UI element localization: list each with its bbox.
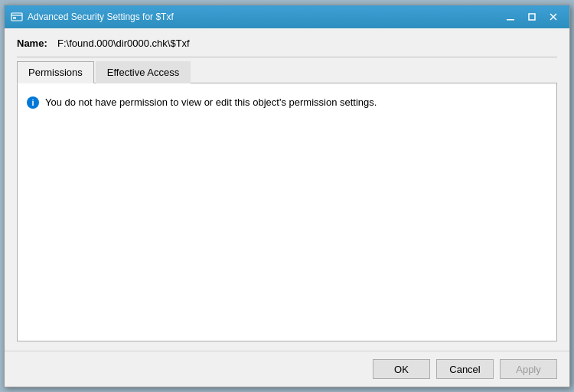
info-text: You do not have permission to view or ed… [45, 96, 377, 109]
tabs-container: Permissions Effective Access [17, 57, 557, 83]
titlebar-controls [501, 9, 563, 24]
svg-rect-1 [13, 17, 16, 19]
svg-rect-2 [507, 19, 514, 21]
maximize-button[interactable] [522, 9, 542, 24]
name-label: Name: [17, 38, 51, 49]
window-title: Advanced Security Settings for $Txf [28, 11, 174, 22]
name-row: Name: F:\found.000\dir0000.chk\$Txf [17, 38, 557, 49]
cancel-button[interactable]: Cancel [436, 359, 494, 379]
minimize-button[interactable] [501, 9, 520, 24]
tab-permissions[interactable]: Permissions [17, 61, 94, 83]
advanced-security-window: Advanced Security Settings for $Txf Name… [4, 5, 570, 387]
ok-button[interactable]: OK [373, 359, 430, 379]
close-button[interactable] [543, 9, 563, 24]
titlebar-left: Advanced Security Settings for $Txf [11, 11, 174, 23]
apply-button[interactable]: Apply [500, 359, 557, 379]
window-icon [11, 11, 23, 23]
button-bar: OK Cancel Apply [5, 351, 569, 387]
tab-content-permissions: i You do not have permission to view or … [17, 83, 557, 341]
titlebar: Advanced Security Settings for $Txf [5, 5, 569, 28]
tab-effective-access[interactable]: Effective Access [96, 61, 191, 83]
info-message: i You do not have permission to view or … [27, 96, 547, 109]
window-content: Name: F:\found.000\dir0000.chk\$Txf Perm… [5, 28, 569, 351]
info-icon: i [27, 96, 39, 109]
svg-rect-3 [529, 14, 535, 20]
name-value: F:\found.000\dir0000.chk\$Txf [57, 38, 190, 49]
